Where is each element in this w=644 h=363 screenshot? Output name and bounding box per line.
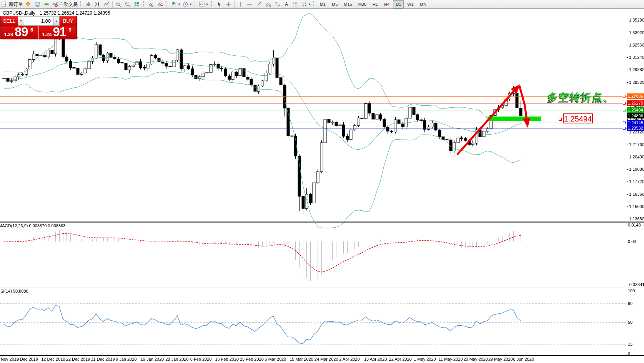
price-callout-handle[interactable] xyxy=(559,118,562,121)
vertical-line-icon xyxy=(237,1,243,7)
chart-window[interactable]: GBPUSD-,Daily 1.25732 1.26524 1.24729 1.… xyxy=(0,9,644,363)
price-axis-tick: 1.20400 xyxy=(629,155,644,159)
bar-chart-icon[interactable] xyxy=(84,0,92,8)
price-axis-tick: 1.16360 xyxy=(629,192,644,196)
hline-handle[interactable] xyxy=(623,95,626,98)
chart-ohlc-header: GBPUSD-,Daily 1.25732 1.26524 1.24729 1.… xyxy=(3,10,110,16)
tile-windows-icon[interactable] xyxy=(133,0,141,8)
price-axis-tick: 1.21760 xyxy=(629,142,644,147)
tf-button-H1[interactable]: H1 xyxy=(370,0,381,8)
rsi-axis-tick: 0 xyxy=(628,351,630,356)
toolbar-handle xyxy=(195,1,196,7)
tf-button-D1[interactable]: D1 xyxy=(393,0,404,8)
zoom-out-icon[interactable] xyxy=(123,0,132,8)
rsi-axis-tick: 100 xyxy=(628,288,635,293)
indicators-icon[interactable]: ▼ xyxy=(170,0,181,8)
hline-handle[interactable] xyxy=(623,109,626,112)
chevron-down-icon[interactable]: ▼ xyxy=(178,3,181,6)
new-order-icon[interactable]: 新订单 xyxy=(1,0,23,8)
price-axis-tick: 1.17720 xyxy=(629,179,644,184)
arrows-icon[interactable]: ▼ xyxy=(301,0,311,8)
svg-text:E: E xyxy=(269,4,271,7)
mql5-community-icon[interactable] xyxy=(42,0,51,8)
horizontal-line-icon xyxy=(246,1,253,7)
fibonacci-icon[interactable]: F xyxy=(273,0,281,8)
equidistant-channel-icon: E xyxy=(265,1,271,7)
sell-button[interactable]: SELL xyxy=(1,16,18,26)
tf-button-M1[interactable]: M1 xyxy=(317,0,328,8)
volume-up-button[interactable]: ▲ xyxy=(53,16,60,26)
macd-axis-tick: 0.0148 xyxy=(628,223,641,227)
chart-canvas[interactable] xyxy=(0,9,644,363)
zoom-in-icon xyxy=(115,1,121,7)
autotrading-label: 自动交易 xyxy=(59,1,78,8)
price-tag: 1.27006 xyxy=(627,93,644,99)
buy-price-big: 91 xyxy=(53,26,67,39)
bar-chart-icon xyxy=(85,1,91,7)
candlestick-chart-icon xyxy=(94,1,100,7)
line-chart-icon[interactable] xyxy=(102,0,111,8)
sell-price-display[interactable]: 1.24 89 6 xyxy=(1,26,39,39)
chevron-down-icon[interactable]: ▼ xyxy=(206,3,209,6)
equidistant-channel-icon[interactable]: E xyxy=(264,0,272,8)
tf-button-M5[interactable]: M5 xyxy=(329,0,340,8)
crosshair-icon[interactable] xyxy=(224,0,233,8)
date-axis-label: 8 Jun 2020 xyxy=(513,357,534,361)
macd-axis-tick: -0.038415 xyxy=(628,282,644,287)
macd-axis-tick: 0.00 xyxy=(628,239,636,244)
auto-scroll-icon xyxy=(148,1,154,7)
green-zone-rectangle[interactable] xyxy=(488,117,541,121)
toolbar: 新订单自动交易▼▼▼EFAT▼M1M5M15M30H1H4D1W1MN xyxy=(0,0,644,9)
one-click-trade-panel: SELL ▼ 1.00 ▲ BUY 1.24 89 6 1.24 91 9 xyxy=(0,16,77,39)
price-axis-tick: 1.32560 xyxy=(629,43,644,47)
price-tag: 1.24145 xyxy=(627,120,644,125)
chevron-down-icon[interactable]: ▼ xyxy=(189,3,192,6)
tf-button-MN[interactable]: MN xyxy=(417,0,429,8)
tf-button-M30[interactable]: M30 xyxy=(356,0,369,8)
chevron-down-icon[interactable]: ▼ xyxy=(308,3,311,6)
ohlc-values: 1.25732 1.26524 1.24729 1.24896 xyxy=(40,10,110,16)
hline-handle[interactable] xyxy=(623,127,626,130)
autotrading-icon[interactable]: 自动交易 xyxy=(52,0,78,8)
svg-text:T: T xyxy=(295,3,297,6)
text-icon[interactable]: A xyxy=(282,0,291,8)
date-axis-label: 22 Apr 2020 xyxy=(389,357,412,361)
price-axis-tick: 1.15000 xyxy=(629,204,644,209)
auto-scroll-icon[interactable] xyxy=(147,0,155,8)
volume-input[interactable]: 1.00 xyxy=(24,16,53,26)
candlestick-chart-icon[interactable] xyxy=(93,0,102,8)
date-axis-label: 15 Mar 2020 xyxy=(290,357,313,361)
buy-button[interactable]: BUY xyxy=(60,16,77,26)
horizontal-line-icon[interactable] xyxy=(245,0,254,8)
hline-handle[interactable] xyxy=(623,122,626,124)
rsi-axis-tick: 15 xyxy=(628,342,632,346)
chinese-annotation[interactable]: 多空转折点、 xyxy=(547,90,614,104)
mt4-window: 新订单自动交易▼▼▼EFAT▼M1M5M15M30H1H4D1W1MN GBPU… xyxy=(0,0,644,363)
text-label-icon[interactable]: T xyxy=(291,0,300,8)
fibonacci-icon: F xyxy=(274,1,280,7)
mql5-community-icon xyxy=(43,1,50,7)
trendline-icon[interactable] xyxy=(255,0,263,8)
cursor-icon[interactable] xyxy=(215,0,223,8)
toolbar-separator xyxy=(112,1,113,8)
tf-button-M15[interactable]: M15 xyxy=(341,0,354,8)
tf-button-H4[interactable]: H4 xyxy=(381,0,392,8)
periods-icon[interactable]: ▼ xyxy=(182,0,193,8)
date-axis-label: 19 Jan 2020 xyxy=(141,357,164,361)
templates-icon[interactable]: ▼ xyxy=(198,0,209,8)
market-watch-icon[interactable] xyxy=(24,0,32,8)
zoom-in-icon[interactable] xyxy=(114,0,123,8)
chart-shift-icon[interactable] xyxy=(156,0,165,8)
volume-down-button[interactable]: ▼ xyxy=(18,16,24,26)
price-axis-tick: 1.35280 xyxy=(629,18,644,22)
market-watch-icon xyxy=(25,1,31,7)
data-window-icon[interactable] xyxy=(33,0,42,8)
hline-handle[interactable] xyxy=(623,102,626,105)
tile-windows-icon xyxy=(134,1,140,7)
buy-price-display[interactable]: 1.24 91 9 xyxy=(39,26,77,39)
vertical-line-icon[interactable] xyxy=(236,0,245,8)
rsi-label: RSI(14) 50.8086 xyxy=(0,289,28,293)
data-window-icon xyxy=(34,1,40,7)
price-callout-box[interactable]: 1.25494 xyxy=(563,113,593,123)
tf-button-W1[interactable]: W1 xyxy=(404,0,416,8)
